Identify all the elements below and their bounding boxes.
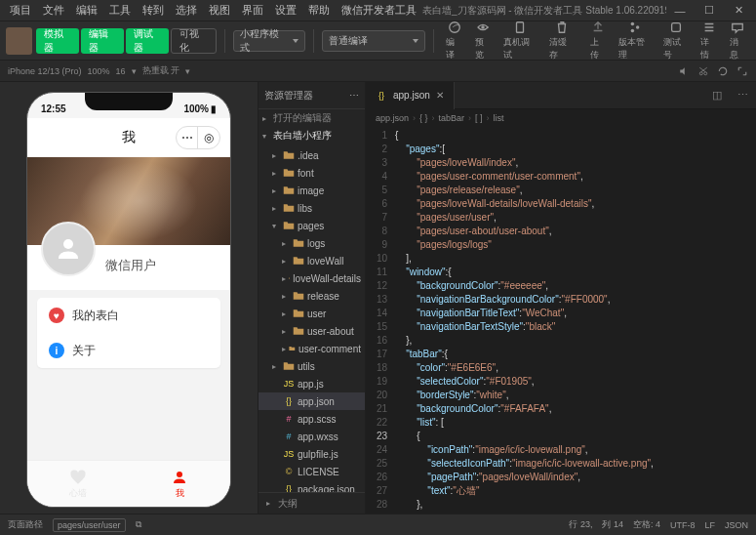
mode-select[interactable]: 小程序模式 xyxy=(233,30,305,52)
tree-app.scss[interactable]: #app.scss xyxy=(259,410,365,428)
tree-font[interactable]: ▸font xyxy=(259,164,365,182)
toolbar-模拟器[interactable]: 模拟器 xyxy=(36,28,79,54)
tree-app.js[interactable]: JSapp.js xyxy=(259,375,365,392)
encoding[interactable]: UTF-8 xyxy=(670,520,696,530)
capsule: ⋯ ◎ xyxy=(176,126,220,149)
cursor-line[interactable]: 行 23, xyxy=(569,518,592,531)
close-icon[interactable]: ✕ xyxy=(436,90,444,101)
tabbar: 心墙我 xyxy=(27,460,230,507)
username: 微信用户 xyxy=(105,257,156,274)
expand-icon[interactable] xyxy=(736,65,748,77)
open-editors-section[interactable]: ▸打开的编辑器 xyxy=(259,109,365,127)
indent[interactable]: 空格: 4 xyxy=(633,518,660,531)
simulator-header: iPhone 12/13 (Pro) 100% 16▾ 热重载 开▾ xyxy=(0,61,756,82)
tree-.idea[interactable]: ▸.idea xyxy=(259,146,365,164)
menu-选择[interactable]: 选择 xyxy=(170,3,203,18)
menu-项目[interactable]: 项目 xyxy=(4,3,37,18)
list-item[interactable]: i关于 xyxy=(37,333,220,368)
tab-心墙[interactable]: 心墙 xyxy=(27,461,129,507)
toolbar-编辑器[interactable]: 编辑器 xyxy=(81,28,124,54)
tree-loveWall-details[interactable]: ▸loveWall-details xyxy=(259,269,365,287)
project-section[interactable]: ▾表白墙小程序 xyxy=(259,127,365,144)
status-bar-bottom: 页面路径 pages/user/user ⧉ 行 23, 列 14 空格: 4 … xyxy=(0,514,756,535)
preview-button[interactable]: 预览 xyxy=(471,21,496,62)
cut-icon[interactable] xyxy=(697,65,709,77)
tree-libs[interactable]: ▸libs xyxy=(259,199,365,217)
clear-cache-button[interactable]: 清缓存 xyxy=(545,21,578,62)
list-item[interactable]: ♥我的表白 xyxy=(37,298,220,333)
rotate-icon[interactable] xyxy=(717,65,729,77)
svg-rect-6 xyxy=(672,22,681,31)
tree-package.json[interactable]: {}package.json xyxy=(259,480,365,492)
tree-pages[interactable]: ▾pages xyxy=(259,217,365,234)
menu-帮助[interactable]: 帮助 xyxy=(302,3,336,18)
hot-reload[interactable]: 热重载 开 xyxy=(142,64,180,77)
tree-image[interactable]: ▸image xyxy=(259,182,365,199)
split-icon[interactable]: ◫ xyxy=(704,89,730,102)
tree-user-about[interactable]: ▸user-about xyxy=(259,322,365,340)
info-icon: i xyxy=(49,343,64,358)
menu-文件[interactable]: 文件 xyxy=(37,3,70,18)
tree-app.json[interactable]: {}app.json xyxy=(259,392,365,410)
tree-release[interactable]: ▸release xyxy=(259,287,365,305)
menu-设置[interactable]: 设置 xyxy=(269,3,302,18)
window-title: 表白墙_刀客源码网 - 微信开发者工具 Stable 1.06.2209190 xyxy=(422,4,666,18)
menu-界面[interactable]: 界面 xyxy=(236,3,269,18)
svg-point-5 xyxy=(636,25,640,29)
tree-app.wxss[interactable]: #app.wxss xyxy=(259,428,365,445)
menu-dots-icon[interactable]: ⋯ xyxy=(177,127,198,148)
svg-point-0 xyxy=(450,21,460,32)
menubar: 项目文件编辑工具转到选择视图界面设置帮助微信开发者工具 表白墙_刀客源码网 - … xyxy=(0,0,756,21)
page-title: 我 xyxy=(122,129,136,146)
notch xyxy=(85,93,173,110)
tree-utils[interactable]: ▸utils xyxy=(259,357,365,375)
test-button[interactable]: 测试号 xyxy=(659,21,693,62)
zoom-level[interactable]: 100% xyxy=(88,66,110,76)
tree-loveWall[interactable]: ▸loveWall xyxy=(259,252,365,269)
tree-gulpfile.js[interactable]: JSgulpfile.js xyxy=(259,445,365,463)
compile-button[interactable]: 编译 xyxy=(442,21,466,62)
mute-icon[interactable] xyxy=(678,65,690,77)
tree-user-comment[interactable]: ▸user-comment xyxy=(259,340,365,357)
maximize-button[interactable]: ☐ xyxy=(696,2,723,20)
toolbar-可视化[interactable]: 可视化 xyxy=(171,28,216,54)
toolbar: 模拟器编辑器调试器可视化 小程序模式 普通编译 编译 预览 真机调试 清缓存 上… xyxy=(0,21,756,61)
tab-我[interactable]: 我 xyxy=(129,461,230,507)
code-editor[interactable]: 1{2 "pages":[3 "pages/loveWall/index",4 … xyxy=(366,127,756,514)
eol[interactable]: LF xyxy=(704,520,715,530)
real-device-button[interactable]: 真机调试 xyxy=(499,21,541,62)
editor-tabs: {} app.json ✕ ◫ ⋯ xyxy=(366,82,756,109)
close-button[interactable]: ✕ xyxy=(725,2,752,20)
version-button[interactable]: 版本管理 xyxy=(615,21,657,62)
menu-视图[interactable]: 视图 xyxy=(203,3,236,18)
more-icon[interactable]: ⋯ xyxy=(349,90,359,101)
tree-user[interactable]: ▸user xyxy=(259,305,365,322)
breadcrumb[interactable]: app.json›{ }›tabBar›[ ]›list xyxy=(366,109,756,127)
language[interactable]: JSON xyxy=(725,520,748,530)
menu-编辑[interactable]: 编辑 xyxy=(70,3,103,18)
menu-微信开发者工具[interactable]: 微信开发者工具 xyxy=(336,3,422,18)
simulator-panel: 12:55 100%▮ 我 ⋯ ◎ 微信用户 ♥我的表白i关于 心墙我 xyxy=(0,82,259,514)
tab-app-json[interactable]: {} app.json ✕ xyxy=(366,82,455,109)
message-button[interactable]: 消息 xyxy=(726,21,750,62)
explorer-header: 资源管理器 ⋯ xyxy=(259,82,365,109)
compile-select[interactable]: 普通编译 xyxy=(322,30,426,52)
toolbar-调试器[interactable]: 调试器 xyxy=(126,28,169,54)
menu-转到[interactable]: 转到 xyxy=(137,3,170,18)
cursor-col[interactable]: 列 14 xyxy=(602,518,623,531)
outline-section[interactable]: ▸大纲 xyxy=(259,492,365,514)
user-avatar[interactable] xyxy=(6,27,32,55)
target-icon[interactable]: ◎ xyxy=(198,127,219,148)
detail-button[interactable]: 详情 xyxy=(696,21,721,62)
upload-button[interactable]: 上传 xyxy=(586,21,611,62)
page-path[interactable]: pages/user/user xyxy=(53,518,126,532)
profile-card: 微信用户 xyxy=(27,245,230,290)
device-name[interactable]: iPhone 12/13 (Pro) xyxy=(8,66,82,76)
menu-工具[interactable]: 工具 xyxy=(103,3,137,18)
avatar[interactable] xyxy=(41,222,96,276)
tree-LICENSE[interactable]: ©LICENSE xyxy=(259,463,365,480)
more-icon[interactable]: ⋯ xyxy=(730,89,756,102)
tree-logs[interactable]: ▸logs xyxy=(259,234,365,252)
copy-icon[interactable]: ⧉ xyxy=(136,519,141,530)
minimize-button[interactable]: — xyxy=(666,2,694,20)
